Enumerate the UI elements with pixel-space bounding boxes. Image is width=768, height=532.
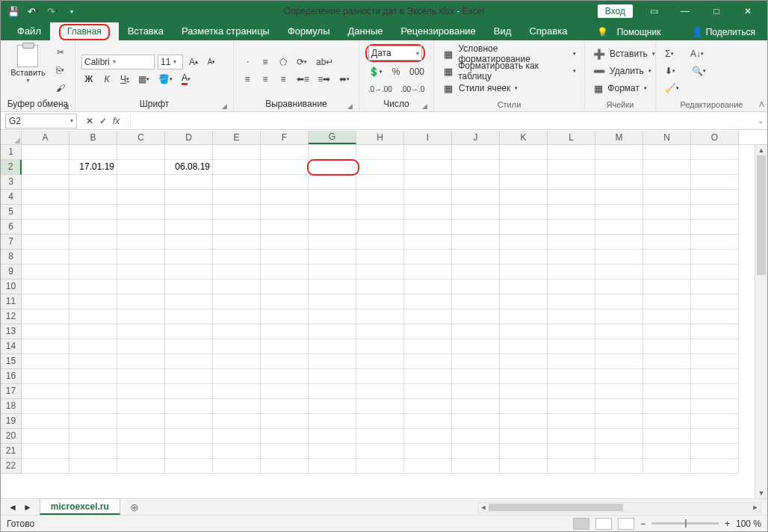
cell[interactable] xyxy=(356,250,404,265)
cell[interactable] xyxy=(22,235,69,250)
cell[interactable] xyxy=(261,429,309,444)
cell[interactable] xyxy=(452,190,500,205)
cell[interactable] xyxy=(213,384,261,399)
cell[interactable] xyxy=(309,459,356,474)
increase-decimal-icon[interactable]: .0→.00 xyxy=(365,81,395,96)
col-G[interactable]: G xyxy=(309,131,356,144)
cell[interactable] xyxy=(117,205,165,220)
cell[interactable] xyxy=(452,175,500,190)
merge-icon[interactable]: ⬌▾ xyxy=(336,72,353,87)
cell[interactable] xyxy=(404,354,452,369)
cell[interactable] xyxy=(309,369,356,384)
cell[interactable] xyxy=(165,235,213,250)
cell[interactable] xyxy=(356,399,404,414)
cell[interactable] xyxy=(500,384,548,399)
cell[interactable] xyxy=(356,175,404,190)
cell[interactable] xyxy=(595,444,643,459)
cell[interactable] xyxy=(213,294,261,309)
row-header-14[interactable]: 14 xyxy=(1,339,22,354)
cell[interactable] xyxy=(452,294,500,309)
tab-home[interactable]: Главная xyxy=(50,22,119,40)
col-B[interactable]: B xyxy=(69,131,117,144)
cell[interactable] xyxy=(356,160,404,175)
tab-review[interactable]: Рецензирование xyxy=(391,22,484,40)
cell[interactable] xyxy=(500,190,548,205)
cell[interactable] xyxy=(548,309,595,324)
cell[interactable] xyxy=(213,145,261,160)
cell[interactable] xyxy=(261,205,309,220)
cell[interactable] xyxy=(309,160,356,175)
cell[interactable] xyxy=(261,145,309,160)
cell[interactable] xyxy=(261,160,309,175)
cell[interactable] xyxy=(691,175,739,190)
decrease-indent-icon[interactable]: ⬅≡ xyxy=(294,72,312,87)
cell[interactable] xyxy=(117,414,165,429)
sheet-nav[interactable]: ◄► xyxy=(1,502,40,513)
cell[interactable] xyxy=(261,309,309,324)
cell[interactable] xyxy=(691,429,739,444)
cell[interactable] xyxy=(404,384,452,399)
cell[interactable] xyxy=(500,354,548,369)
cell[interactable] xyxy=(404,205,452,220)
cell[interactable] xyxy=(213,279,261,294)
cell[interactable] xyxy=(22,265,69,279)
cell[interactable] xyxy=(213,160,261,175)
cell[interactable] xyxy=(69,414,117,429)
cell[interactable] xyxy=(643,309,691,324)
page-break-view-icon[interactable] xyxy=(618,518,634,530)
cancel-formula-icon[interactable]: ✕ xyxy=(86,116,93,126)
align-bottom-icon[interactable]: ⬠ xyxy=(276,55,291,69)
cell[interactable] xyxy=(452,414,500,429)
cell[interactable] xyxy=(404,324,452,339)
cell[interactable] xyxy=(261,190,309,205)
cell[interactable] xyxy=(500,265,548,279)
cell[interactable] xyxy=(117,429,165,444)
cell[interactable] xyxy=(213,354,261,369)
cell[interactable] xyxy=(643,369,691,384)
cell[interactable] xyxy=(165,294,213,309)
cell[interactable] xyxy=(356,309,404,324)
cell[interactable] xyxy=(165,369,213,384)
cell[interactable] xyxy=(548,429,595,444)
cell[interactable] xyxy=(309,205,356,220)
cell[interactable] xyxy=(165,399,213,414)
cell[interactable] xyxy=(548,369,595,384)
cell[interactable] xyxy=(404,175,452,190)
cell[interactable] xyxy=(22,354,69,369)
cell[interactable] xyxy=(309,265,356,279)
cell[interactable] xyxy=(165,459,213,474)
cell[interactable] xyxy=(309,354,356,369)
row-header-3[interactable]: 3 xyxy=(1,175,22,190)
cell[interactable] xyxy=(691,354,739,369)
cell[interactable] xyxy=(452,279,500,294)
cell[interactable] xyxy=(309,145,356,160)
cell[interactable] xyxy=(691,145,739,160)
row-header-8[interactable]: 8 xyxy=(1,250,22,265)
cell[interactable] xyxy=(22,369,69,384)
cell[interactable] xyxy=(117,384,165,399)
cell[interactable] xyxy=(69,145,117,160)
cell[interactable] xyxy=(69,265,117,279)
sheet-tab-active[interactable]: microexcel.ru xyxy=(40,498,120,515)
cell[interactable] xyxy=(691,160,739,175)
vertical-scrollbar[interactable]: ▲ ▼ xyxy=(755,145,767,498)
cell[interactable] xyxy=(404,414,452,429)
align-right-icon[interactable]: ≡ xyxy=(276,72,291,87)
cell[interactable] xyxy=(117,399,165,414)
cell[interactable] xyxy=(691,324,739,339)
tell-me-icon[interactable]: 💡 xyxy=(597,27,608,37)
cell[interactable] xyxy=(309,250,356,265)
fill-icon[interactable]: ⬇▾ xyxy=(662,64,678,78)
find-select-icon[interactable]: 🔍▾ xyxy=(689,64,709,78)
decrease-font-icon[interactable]: A▾ xyxy=(204,55,219,69)
row-header-4[interactable]: 4 xyxy=(1,190,22,205)
cell[interactable] xyxy=(117,309,165,324)
collapse-ribbon-icon[interactable]: ᐱ xyxy=(759,100,764,108)
hscroll-thumb[interactable] xyxy=(489,504,623,511)
underline-button[interactable]: Ч▾ xyxy=(117,72,132,87)
enter-formula-icon[interactable]: ✓ xyxy=(99,116,107,126)
cell[interactable] xyxy=(500,279,548,294)
cell[interactable] xyxy=(643,175,691,190)
cell-styles-button[interactable]: ▦Стили ячеек▾ xyxy=(440,80,578,96)
row-header-18[interactable]: 18 xyxy=(1,399,22,414)
